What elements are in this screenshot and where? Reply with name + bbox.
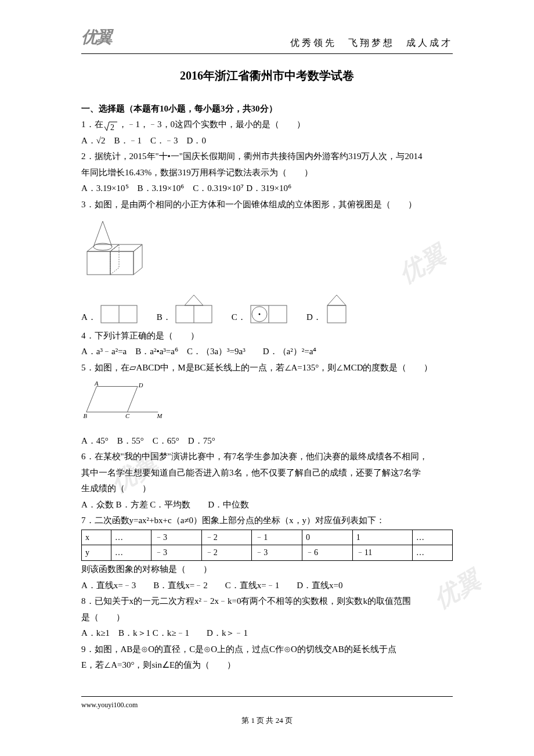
- cell: ﹣1: [252, 530, 302, 545]
- q3-optD-label: D．: [306, 310, 322, 325]
- page-header: 优翼 优秀领先 飞翔梦想 成人成才: [81, 23, 453, 54]
- section-title: 一、选择题（本题有10小题，每小题3分，共30分）: [81, 102, 453, 117]
- q8-options: A．k≥1 B．k＞1 C．k≥﹣1 D．k＞﹣1: [81, 626, 453, 641]
- q7-stem: 7．二次函数y=ax²+bx+c（a≠0）图象上部分点的坐标（x，y）对应值列表…: [81, 513, 453, 528]
- q9-line1: 9．如图，AB是⊙O的直径，C是⊙O上的点，过点C作⊙O的切线交AB的延长线于点: [81, 642, 453, 657]
- q5-label-D: D: [138, 382, 143, 388]
- q9-line2: E，若∠A=30°，则sin∠E的值为（ ）: [81, 658, 453, 673]
- svg-rect-1: [87, 251, 110, 275]
- q5-figure: A D B C M: [81, 379, 168, 425]
- table-row: x … ﹣3 ﹣2 ﹣1 0 1 …: [82, 530, 453, 545]
- cell: 0: [302, 530, 353, 545]
- exam-title: 2016年浙江省衢州市中考数学试卷: [81, 66, 453, 85]
- svg-marker-6: [110, 244, 119, 275]
- svg-text:2: 2: [110, 123, 114, 132]
- cell: ﹣3: [252, 545, 302, 561]
- q3-stem: 3．如图，是由两个相同的小正方体和一个圆锥体组成的立体图形，其俯视图是（ ）: [81, 197, 453, 213]
- cell: ﹣3: [151, 530, 201, 545]
- cell: ﹣11: [352, 545, 412, 561]
- q5-label-A: A: [94, 380, 99, 387]
- q5-label-C: C: [125, 413, 130, 419]
- q4-stem: 4．下列计算正确的是（ ）: [81, 329, 453, 344]
- q2-line1: 2．据统计，2015年"十•一"国庆长假期间，衢州市共接待国内外游客约319万人…: [81, 149, 453, 164]
- q3-options-row: A． B． C． D．: [81, 293, 453, 325]
- logo-text: 优翼: [81, 23, 111, 51]
- svg-marker-10: [185, 295, 203, 305]
- cell: ﹣2: [201, 530, 252, 545]
- q7-post: 则该函数图象的对称轴是（ ）: [81, 562, 453, 577]
- q3-optB-figure: [174, 293, 214, 325]
- q3-optC-figure: [248, 303, 289, 325]
- page-number: 第 1 页 共 24 页: [81, 714, 453, 727]
- q1-stem-a: 1．在: [81, 120, 103, 129]
- q6-line3: 生成绩的（ ）: [81, 481, 453, 496]
- q7-options: A．直线x=﹣3 B．直线x=﹣2 C．直线x=﹣1 D．直线x=0: [81, 578, 453, 593]
- table-row: y … ﹣3 ﹣2 ﹣3 ﹣6 ﹣11 …: [82, 545, 453, 561]
- cell: ﹣3: [151, 545, 201, 561]
- q5-options: A．45° B．55° C．65° D．75°: [81, 434, 453, 449]
- svg-rect-2: [110, 251, 134, 275]
- watermark: 优翼: [391, 235, 454, 295]
- q6-options: A．众数 B．方差 C．平均数 D．中位数: [81, 498, 453, 513]
- question-1: 1．在2，﹣1，﹣3，0这四个实数中，最小的是（ ）: [81, 117, 453, 132]
- q6-line1: 6．在某校"我的中国梦"演讲比赛中，有7名学生参加决赛，他们决赛的最终成绩各不相…: [81, 449, 453, 465]
- q6-line2: 其中一名学生想要知道自己能否进入前3名，他不仅要了解自己的成绩，还要了解这7名学: [81, 466, 453, 481]
- q3-optA-label: A．: [81, 310, 96, 325]
- q3-option-c: C．: [232, 303, 289, 325]
- svg-rect-18: [327, 305, 346, 323]
- q2-options: A．3.19×10⁵ B．3.19×10⁶ C．0.319×10⁷ D．319×…: [81, 181, 453, 196]
- cell: …: [413, 545, 453, 561]
- exam-page: 优翼 优翼 优翼 优翼 优秀领先 飞翔梦想 成人成才 2016年浙江省衢州市中考…: [41, 0, 493, 744]
- q1-stem-b: ，﹣1，﹣3，0这四个实数中，最小的是（ ）: [118, 120, 306, 129]
- cell: x: [82, 530, 111, 545]
- cell: …: [111, 530, 151, 545]
- q3-figure: [81, 217, 151, 280]
- header-slogan: 优秀领先 飞翔梦想 成人成才: [290, 35, 453, 51]
- footer-url: www.youyi100.com: [81, 701, 138, 709]
- q3-option-a: A．: [81, 303, 139, 325]
- q5-label-M: M: [157, 413, 163, 419]
- svg-marker-19: [86, 387, 138, 412]
- cell: ﹣6: [302, 545, 353, 561]
- q8-line2: 是（ ）: [81, 610, 453, 625]
- q3-option-d: D．: [306, 293, 349, 325]
- q4-options: A．a³﹣a²=a B．a²•a³=a⁶ C．（3a）³=9a³ D．（a²）²…: [81, 344, 453, 359]
- q7-table: x … ﹣3 ﹣2 ﹣1 0 1 … y … ﹣3 ﹣2 ﹣3 ﹣6 ﹣11 …: [81, 530, 453, 561]
- cell: …: [111, 545, 151, 561]
- q3-optB-label: B．: [157, 310, 171, 325]
- svg-marker-17: [327, 295, 346, 305]
- q5-stem: 5．如图，在▱ABCD中，M是BC延长线上的一点，若∠A=135°，则∠MCD的…: [81, 361, 453, 376]
- q3-option-b: B．: [157, 293, 214, 325]
- cell: ﹣2: [201, 545, 252, 561]
- cell: …: [413, 530, 453, 545]
- sqrt2-icon: 2: [103, 121, 118, 132]
- svg-point-16: [258, 313, 260, 315]
- svg-marker-5: [134, 244, 142, 275]
- q2-line2: 年同比增长16.43%，数据319万用科学记数法表示为（ ）: [81, 165, 453, 181]
- cell: y: [82, 545, 111, 561]
- q1-options: A．√2 B．﹣1 C．﹣3 D．0: [81, 134, 453, 149]
- q3-optD-figure: [324, 293, 349, 325]
- q3-optC-label: C．: [232, 310, 246, 325]
- cell: 1: [352, 530, 412, 545]
- page-footer: www.youyi100.com: [81, 696, 453, 711]
- q8-line1: 8．已知关于x的一元二次方程x²﹣2x﹣k=0有两个不相等的实数根，则实数k的取…: [81, 594, 453, 609]
- q5-label-B: B: [84, 413, 88, 419]
- q3-optA-figure: [99, 303, 139, 325]
